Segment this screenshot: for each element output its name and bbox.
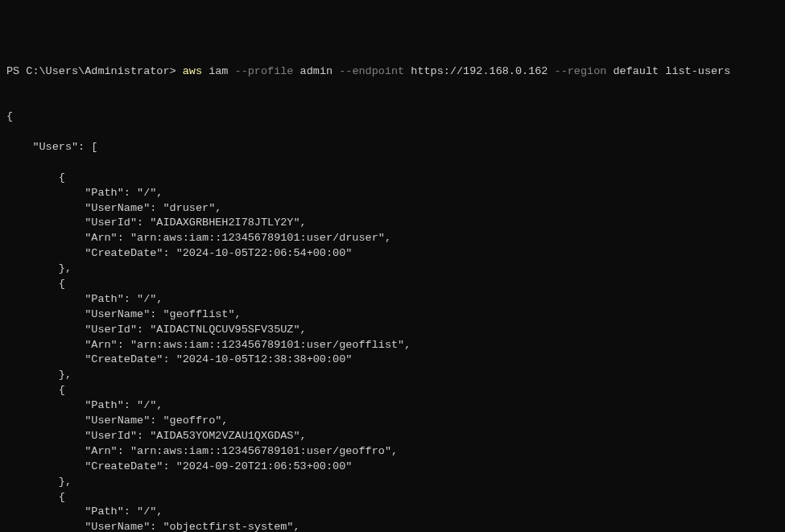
user-path-line: "Path": "/", <box>6 398 779 414</box>
output-open-brace: { <box>6 109 779 125</box>
user-createdate-line: "CreateDate": "2024-09-20T21:06:53+00:00… <box>6 460 779 475</box>
user-entry: { "Path": "/", "UserName": "druser", "Us… <box>6 171 779 277</box>
val-endpoint: https://192.168.0.162 <box>411 64 554 80</box>
cmd-service: iam <box>209 64 234 80</box>
user-username-line: "UserName": "objectfirst-system", <box>6 520 779 532</box>
flag-region: --region <box>555 64 614 80</box>
cmd-aws: aws <box>183 64 209 80</box>
user-open-line: { <box>6 277 779 292</box>
user-arn-line: "Arn": "arn:aws:iam::123456789101:user/g… <box>6 444 779 460</box>
user-entry: { "Path": "/", "UserName": "geofflist", … <box>6 277 779 383</box>
user-arn-line: "Arn": "arn:aws:iam::123456789101:user/d… <box>6 231 779 246</box>
val-profile: admin <box>300 64 340 80</box>
user-createdate-line: "CreateDate": "2024-10-05T12:38:38+00:00… <box>6 353 779 368</box>
output-users-key: "Users": [ <box>6 140 779 155</box>
user-path-line: "Path": "/", <box>6 505 779 520</box>
user-open-line: { <box>6 490 779 505</box>
user-entry: { "Path": "/", "UserName": "geoffro", "U… <box>6 383 779 489</box>
user-createdate-line: "CreateDate": "2024-10-05T22:06:54+00:00… <box>6 246 779 262</box>
user-path-line: "Path": "/", <box>6 186 779 201</box>
ps-prompt-path: PS C:\Users\Administrator> <box>6 64 183 80</box>
json-output: { "Users": [ { "Path": "/", "UserName": … <box>6 94 779 532</box>
user-userid-line: "UserId": "AIDA53YOM2VZAU1QXGDAS", <box>6 429 779 444</box>
val-region: default <box>613 64 665 80</box>
user-close-line: }, <box>6 475 779 490</box>
user-entry: { "Path": "/", "UserName": "objectfirst-… <box>6 490 779 533</box>
cmd-action: list-users <box>665 64 730 80</box>
user-username-line: "UserName": "geofflist", <box>6 307 779 323</box>
user-userid-line: "UserId": "AIDAXGRBHEH2I78JTLY2Y", <box>6 216 779 231</box>
user-username-line: "UserName": "druser", <box>6 201 779 217</box>
user-path-line: "Path": "/", <box>6 292 779 307</box>
flag-endpoint: --endpoint <box>339 64 411 80</box>
user-open-line: { <box>6 383 779 398</box>
user-close-line: }, <box>6 368 779 383</box>
user-username-line: "UserName": "geoffro", <box>6 414 779 429</box>
flag-profile: --profile <box>235 64 300 80</box>
command-prompt-line[interactable]: PS C:\Users\Administrator> aws iam --pro… <box>6 64 779 80</box>
user-open-line: { <box>6 171 779 186</box>
user-arn-line: "Arn": "arn:aws:iam::123456789101:user/g… <box>6 338 779 353</box>
user-close-line: }, <box>6 262 779 277</box>
user-userid-line: "UserId": "AIDACTNLQCUV95SFV35UZ", <box>6 323 779 338</box>
users-list: { "Path": "/", "UserName": "druser", "Us… <box>6 171 779 532</box>
